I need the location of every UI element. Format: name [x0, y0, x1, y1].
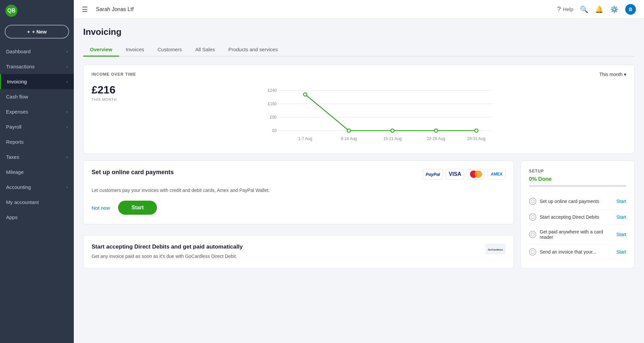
- svg-text:£240: £240: [268, 88, 277, 93]
- chart-body: £216 THIS MONTH £240 £160 £80: [84, 80, 634, 153]
- svg-text:QB: QB: [7, 7, 15, 13]
- sidebar-item-payroll[interactable]: Payroll ›: [0, 119, 74, 134]
- svg-point-11: [347, 129, 351, 132]
- income-chart-card: INCOME OVER TIME This month ▾ £216 THIS …: [83, 65, 635, 154]
- check-circle-icon: [529, 231, 536, 238]
- sidebar-item-cash-flow[interactable]: Cash flow: [0, 89, 74, 104]
- new-button-label: + New: [32, 29, 47, 35]
- plus-icon: +: [27, 29, 30, 35]
- notification-bell-icon[interactable]: 🔔: [595, 5, 603, 13]
- svg-text:1-7 Aug: 1-7 Aug: [298, 136, 312, 141]
- chevron-right-icon: ›: [66, 64, 68, 69]
- sidebar-item-dashboard[interactable]: Dashboard ›: [0, 44, 74, 59]
- setup-item-label: Start accepting Direct Debits: [540, 214, 599, 220]
- topbar-icons: ? Help 🔍 🔔 ⚙️ B: [557, 4, 636, 15]
- sidebar-item-my-accountant[interactable]: My accountant: [0, 195, 74, 210]
- svg-text:£0: £0: [272, 128, 277, 133]
- income-line-chart: £240 £160 £80 £0: [145, 84, 626, 144]
- setup-item-1: Start accepting Direct Debits Start: [529, 209, 626, 225]
- svg-point-10: [304, 93, 307, 96]
- svg-point-23: [531, 215, 534, 219]
- svg-text:29-31 Aug: 29-31 Aug: [467, 136, 486, 141]
- payment-card-title: Set up online card payments: [92, 169, 174, 176]
- check-circle-icon: [529, 248, 536, 256]
- chevron-right-icon: ›: [66, 79, 68, 84]
- sidebar-item-label: Cash flow: [6, 94, 28, 99]
- svg-point-24: [531, 233, 534, 236]
- setup-item-start-link-0[interactable]: Start: [616, 199, 626, 204]
- question-mark-icon: ?: [557, 5, 561, 13]
- sidebar-item-label: Invoicing: [7, 79, 27, 84]
- svg-text:15-21 Aug: 15-21 Aug: [383, 136, 402, 141]
- lower-section: Set up online card payments PayPal VISA: [83, 160, 635, 268]
- sidebar-item-accounting[interactable]: Accounting ›: [0, 180, 74, 195]
- user-avatar[interactable]: B: [625, 4, 636, 15]
- setup-item-2: Get paid anywhere with a card reader Sta…: [529, 225, 626, 244]
- topbar: ☰ Sarah Jonas Ltf ? Help 🔍 🔔 ⚙️ B: [74, 0, 644, 19]
- svg-text:22-28 Aug: 22-28 Aug: [427, 136, 445, 141]
- sidebar-item-transactions[interactable]: Transactions ›: [0, 59, 74, 74]
- tab-overview[interactable]: Overview: [83, 43, 119, 57]
- tab-customers[interactable]: Customers: [151, 43, 189, 57]
- help-button[interactable]: ? Help: [557, 5, 573, 13]
- logo: QB: [0, 0, 74, 21]
- sidebar-item-mileage[interactable]: Mileage: [0, 164, 74, 180]
- svg-text:£80: £80: [270, 115, 277, 120]
- not-now-button[interactable]: Not now: [92, 205, 110, 211]
- svg-point-25: [531, 250, 534, 254]
- setup-item-label: Send an invoice that your...: [540, 249, 596, 255]
- sidebar-item-expenses[interactable]: Expenses ›: [0, 104, 74, 119]
- sidebar-item-label: Mileage: [6, 169, 24, 175]
- setup-item-3: Send an invoice that your... Start: [529, 244, 626, 260]
- period-label: This month: [599, 72, 623, 77]
- chevron-right-icon: ›: [66, 49, 68, 54]
- sidebar-item-apps[interactable]: Apps: [0, 210, 74, 225]
- content-area: Invoicing Overview Invoices Customers Al…: [74, 19, 644, 343]
- chevron-down-icon: ▾: [624, 72, 626, 77]
- chevron-right-icon: ›: [66, 125, 68, 129]
- sidebar-item-label: Expenses: [6, 109, 28, 115]
- sidebar-item-invoicing[interactable]: Invoicing ›: [0, 74, 74, 89]
- tabs-bar: Overview Invoices Customers All Sales Pr…: [83, 43, 635, 57]
- setup-item-start-link-3[interactable]: Start: [616, 249, 626, 255]
- sidebar-item-taxes[interactable]: Taxes ›: [0, 149, 74, 164]
- setup-item-label: Set up online card payments: [540, 199, 599, 204]
- mastercard-icon: [467, 169, 485, 180]
- hamburger-menu-icon[interactable]: ☰: [82, 5, 88, 13]
- period-selector-button[interactable]: This month ▾: [599, 72, 626, 77]
- tab-products-services[interactable]: Products and services: [222, 43, 285, 57]
- svg-text:GoCardless: GoCardless: [488, 248, 503, 251]
- sidebar-item-reports[interactable]: Reports: [0, 134, 74, 149]
- amex-icon: AMEX: [488, 169, 505, 180]
- sidebar-item-label: Accounting: [6, 184, 31, 190]
- payment-method-icons: PayPal VISA: [423, 169, 505, 180]
- direct-debit-description: Get any invoice paid as soon as it's due…: [92, 253, 243, 260]
- setup-item-start-link-2[interactable]: Start: [616, 232, 626, 237]
- direct-debit-title: Start accepting Direct Debits and get pa…: [92, 244, 243, 250]
- sidebar-item-label: Transactions: [6, 64, 35, 69]
- setup-item-label: Get paid anywhere with a card reader: [540, 229, 616, 240]
- payment-actions: Not now Start: [92, 201, 505, 215]
- svg-point-13: [434, 129, 438, 132]
- chart-svg-area: £240 £160 £80 £0: [145, 84, 626, 145]
- svg-point-12: [391, 129, 394, 132]
- setup-progress-bar: [529, 185, 626, 187]
- search-icon[interactable]: 🔍: [580, 5, 588, 13]
- main-content: ☰ Sarah Jonas Ltf ? Help 🔍 🔔 ⚙️ B Invoic…: [74, 0, 644, 343]
- setup-item-start-link-1[interactable]: Start: [616, 214, 626, 220]
- tab-invoices[interactable]: Invoices: [119, 43, 151, 57]
- gocardless-logo: GoCardless: [485, 244, 505, 256]
- settings-gear-icon[interactable]: ⚙️: [610, 5, 619, 13]
- visa-icon: VISA: [446, 169, 464, 180]
- start-button[interactable]: Start: [118, 201, 157, 215]
- new-button[interactable]: + + New: [5, 25, 69, 39]
- chart-section-title: INCOME OVER TIME: [92, 72, 136, 77]
- tab-all-sales[interactable]: All Sales: [189, 43, 221, 57]
- sidebar-item-label: Apps: [6, 214, 17, 220]
- sidebar-item-label: Payroll: [6, 124, 21, 130]
- sidebar-item-label: Reports: [6, 139, 24, 145]
- svg-text:8-14 Aug: 8-14 Aug: [341, 136, 357, 141]
- online-card-payments-card: Set up online card payments PayPal VISA: [83, 160, 514, 224]
- setup-percent-done: 0% Done: [529, 176, 626, 182]
- page-title: Invoicing: [83, 27, 635, 37]
